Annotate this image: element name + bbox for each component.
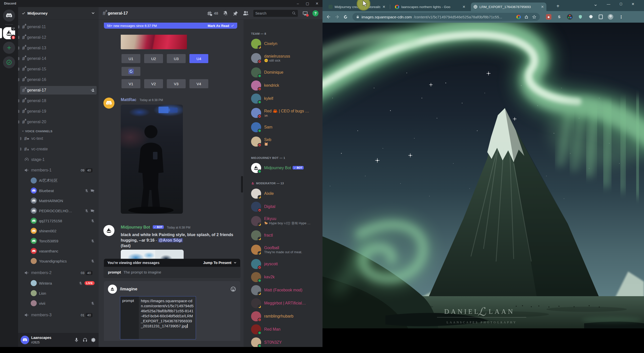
voice-user[interactable]: shinen002 bbox=[31, 227, 95, 235]
v3-button[interactable]: V3 bbox=[167, 79, 186, 88]
member-row[interactable]: Digital bbox=[251, 200, 320, 213]
member-row[interactable]: jayscott bbox=[251, 257, 320, 271]
explore-button[interactable] bbox=[3, 56, 15, 68]
pinned-messages-icon[interactable] bbox=[233, 11, 238, 16]
member-row[interactable]: fractl bbox=[251, 229, 320, 242]
browser-maximize-button[interactable]: ▢ bbox=[620, 2, 622, 6]
channel-general-19[interactable]: #general-19 bbox=[20, 107, 97, 116]
voice-channels-category[interactable]: VOICE CHANNELS bbox=[22, 130, 95, 133]
chat-scrollbar[interactable] bbox=[241, 176, 243, 193]
aurora-photo[interactable]: DANIEL ℒ LAAN LAANSCAPES PHOTOGRAPHY bbox=[323, 23, 644, 328]
mark-as-read-button[interactable]: Mark As Read bbox=[208, 24, 234, 28]
member-row[interactable]: ST0N3ZY bbox=[251, 336, 320, 347]
member-row[interactable]: ramblingrhubarb bbox=[251, 310, 320, 323]
member-row[interactable]: GoofballThey're made out of meat. bbox=[251, 242, 320, 257]
member-row[interactable]: Meggirbot | ARTificial… bbox=[251, 297, 320, 310]
person-add-icon[interactable] bbox=[91, 88, 95, 92]
headphones-icon[interactable] bbox=[83, 337, 88, 342]
help-button[interactable]: ? bbox=[312, 10, 318, 16]
address-bar[interactable]: images.squarespace-cdn.com /content/v1/5… bbox=[352, 13, 540, 21]
channel-stage-1[interactable]: stage-1 bbox=[22, 155, 95, 164]
member-row[interactable]: Aixile bbox=[251, 187, 320, 200]
discord-minimize-button[interactable]: – bbox=[294, 1, 301, 6]
member-row[interactable]: Midjourney Bot✓ BOT bbox=[251, 161, 320, 174]
v1-button[interactable]: V1 bbox=[122, 79, 140, 88]
extensions-puzzle-icon[interactable] bbox=[588, 14, 594, 20]
member-row[interactable]: kendrick bbox=[251, 79, 320, 92]
channel-general-14[interactable]: #general-14 bbox=[20, 54, 97, 63]
extension-icon-colors[interactable] bbox=[567, 14, 573, 20]
channel-vc-create[interactable]: #vc-create bbox=[22, 145, 95, 153]
member-row[interactable]: danielrussruss🤒 still sick bbox=[251, 50, 320, 66]
channel-general-11[interactable]: #general-11 bbox=[20, 23, 97, 31]
channel-general-20[interactable]: #general-20 bbox=[20, 118, 97, 126]
member-row[interactable]: kylelf bbox=[251, 92, 320, 105]
tab-search-icon[interactable] bbox=[594, 3, 597, 7]
member-list-icon[interactable] bbox=[243, 10, 249, 16]
voice-user[interactable]: Youandigraphics bbox=[31, 257, 95, 265]
close-tab-icon[interactable]: ✕ bbox=[541, 5, 544, 9]
channel-general-15[interactable]: #general-15 bbox=[20, 65, 97, 73]
slash-command-hint[interactable]: prompt The prompt to imagine bbox=[104, 267, 240, 277]
message-image-selfie[interactable] bbox=[121, 105, 183, 214]
member-row[interactable]: Seb🐹 bbox=[251, 134, 320, 149]
browser-close-button[interactable]: ✕ bbox=[631, 2, 634, 6]
user-mention[interactable]: @Aron Sōgi bbox=[158, 238, 183, 242]
channel-general-16[interactable]: #general-16 bbox=[20, 75, 97, 84]
extension-icon[interactable]: ◆ bbox=[546, 14, 551, 20]
voice-user[interactable]: qq271725158 bbox=[31, 217, 95, 225]
add-server-button[interactable] bbox=[3, 42, 15, 54]
voice-user[interactable]: vasanthanc bbox=[31, 247, 95, 255]
emoji-picker-button[interactable] bbox=[230, 286, 236, 292]
share-button[interactable] bbox=[524, 15, 529, 19]
member-row[interactable]: Cixelyn bbox=[251, 37, 320, 50]
member-row[interactable]: Red 🦀 | CEO of bugs …🦗 bbox=[251, 105, 320, 121]
voice-user[interactable]: MattHARMON bbox=[31, 197, 95, 205]
voice-room-members-3[interactable]: members-3 0140 bbox=[22, 311, 95, 319]
tab-image-active[interactable]: LRM_EXPORT_17643678795693 ✕ bbox=[471, 3, 546, 11]
member-row[interactable]: Eikyuu🐎 Hype boy 너만 원해 Hype … bbox=[251, 213, 320, 229]
u4-button[interactable]: U4 bbox=[189, 54, 208, 63]
jump-to-present-button[interactable]: Jump To Present bbox=[203, 261, 237, 265]
tab-google-search[interactable]: laanscapes northern lights - Goo ✕ bbox=[392, 3, 468, 11]
extension-icon-shield[interactable] bbox=[578, 14, 583, 20]
browser-minimize-button[interactable]: — bbox=[607, 2, 610, 6]
discord-maximize-button[interactable]: ▢ bbox=[304, 1, 311, 6]
avatar[interactable] bbox=[103, 98, 114, 109]
profile-avatar[interactable] bbox=[608, 14, 613, 20]
midjourney-grid-image[interactable] bbox=[121, 35, 187, 49]
reroll-button[interactable] bbox=[122, 67, 140, 76]
message-author[interactable]: MattRac bbox=[121, 98, 136, 102]
voice-user[interactable]: PEDROCOELHO… bbox=[31, 207, 95, 215]
avatar[interactable] bbox=[103, 225, 114, 236]
new-messages-bar[interactable]: 58+ new messages since 6:37 PM Mark As R… bbox=[104, 23, 237, 29]
close-tab-icon[interactable]: ✕ bbox=[382, 5, 385, 9]
channel-vc-text[interactable]: #vc-text bbox=[22, 134, 95, 143]
channel-general-18[interactable]: #general-18 bbox=[20, 97, 97, 105]
server-icon-midjourney[interactable]: 5 bbox=[3, 27, 15, 39]
forward-button[interactable] bbox=[335, 14, 340, 19]
prompt-option-field[interactable]: prompt https://images.squarespace-cdn.co… bbox=[120, 296, 196, 339]
u2-button[interactable]: U2 bbox=[144, 54, 163, 63]
member-row[interactable]: kav2k bbox=[251, 271, 320, 284]
voice-user[interactable]: Lion bbox=[31, 289, 95, 297]
discord-close-button[interactable]: ✕ bbox=[313, 1, 320, 6]
threads-icon[interactable] bbox=[207, 11, 212, 16]
v4-button[interactable]: V4 bbox=[189, 79, 208, 88]
voice-room-members-1[interactable]: members-1 0940 bbox=[22, 166, 95, 174]
search-input[interactable]: Search bbox=[253, 10, 298, 17]
channel-general-17[interactable]: #general-17 bbox=[20, 86, 97, 95]
message-image-splash[interactable] bbox=[121, 250, 184, 259]
server-header[interactable]: Midjourney bbox=[18, 7, 99, 20]
option-value[interactable]: https://images.squarespace-cdn.com/conte… bbox=[139, 296, 196, 339]
browser-menu-icon[interactable]: ⋮ bbox=[618, 14, 624, 20]
member-row[interactable]: Matt (Facebook mod) bbox=[251, 284, 320, 297]
voice-room-members-2[interactable]: members-2 0340 bbox=[22, 269, 95, 277]
close-tab-icon[interactable]: ✕ bbox=[462, 5, 465, 9]
u3-button[interactable]: U3 bbox=[167, 54, 186, 63]
member-row[interactable]: Red Man bbox=[251, 323, 320, 336]
voice-user[interactable]: vivii bbox=[31, 299, 95, 307]
voice-user[interactable]: Tonci53859 bbox=[31, 237, 95, 245]
u1-button[interactable]: U1 bbox=[122, 54, 140, 63]
v2-button[interactable]: V2 bbox=[144, 79, 163, 88]
